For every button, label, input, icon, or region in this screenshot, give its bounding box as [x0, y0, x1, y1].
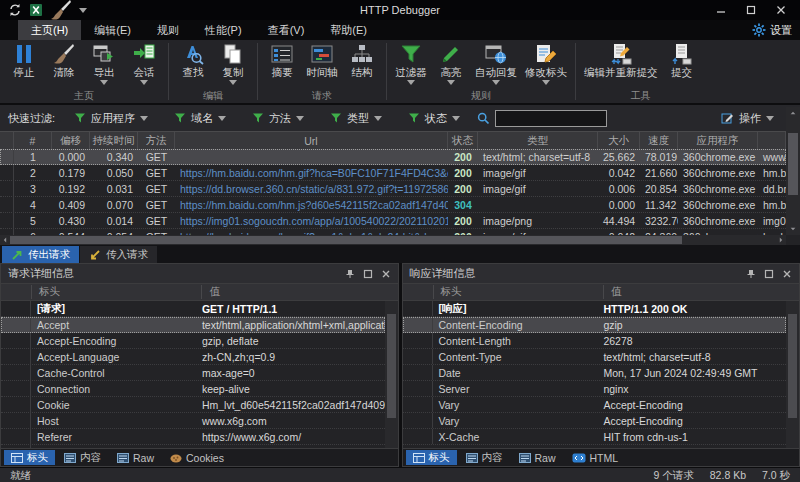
scroll-down-arrow[interactable]	[385, 436, 398, 448]
table-row[interactable]: 30.1920.031GEThttps://dd.browser.360.cn/…	[0, 181, 786, 197]
ribbon-button-结构[interactable]: 结构	[342, 42, 382, 86]
ribbon-button-导出[interactable]: 导出	[84, 42, 124, 86]
response-tab-Raw[interactable]: Raw	[512, 450, 563, 465]
response-header-row[interactable]: VaryAccept-Encoding	[403, 397, 787, 413]
caret-down-icon[interactable]	[407, 79, 415, 86]
grid-col-header-方法[interactable]: 方法	[138, 132, 175, 149]
menu-tab-帮助[interactable]: 帮助(E)	[317, 20, 380, 40]
response-header-row[interactable]: DateMon, 17 Jun 2024 02:49:49 GMT	[403, 365, 787, 381]
request-header-row[interactable]: Sec-Fetch-Modenavigate	[1, 445, 385, 448]
scroll-down-arrow[interactable]	[786, 436, 799, 448]
caret-down-icon[interactable]	[79, 8, 87, 13]
scroll-down-arrow[interactable]	[786, 223, 800, 235]
settings-button[interactable]: 设置	[752, 20, 792, 40]
vertical-scrollbar[interactable]	[786, 107, 800, 235]
menu-tab-编辑[interactable]: 编辑(E)	[81, 20, 144, 40]
filter-dropdown-方法[interactable]: 方法	[239, 111, 317, 126]
maximize-button[interactable]	[736, 0, 766, 20]
filter-dropdown-状态[interactable]: 状态	[395, 111, 473, 126]
caret-down-icon[interactable]	[140, 79, 148, 86]
menu-tab-主页[interactable]: 主页(H)	[18, 20, 81, 40]
close-panel-icon[interactable]	[782, 269, 792, 279]
response-header-row[interactable]: Content-Length26278	[403, 333, 787, 349]
sync-icon[interactable]	[8, 3, 22, 17]
request-header-row[interactable]: Refererhttps://www.x6g.com/	[1, 429, 385, 445]
menu-tab-规则[interactable]: 规则	[144, 20, 192, 40]
request-col-value[interactable]: 值	[201, 285, 397, 299]
ribbon-button-编辑并重新提交[interactable]: 编辑并重新提交	[580, 42, 662, 86]
maximize-panel-icon[interactable]	[363, 269, 373, 279]
scroll-thumb[interactable]	[788, 314, 797, 418]
ribbon-button-停止[interactable]: 停止	[4, 42, 44, 86]
request-header-row[interactable]: CookieHm_lvt_d60e542115f2ca02adf147d409b…	[1, 397, 385, 413]
request-col-header[interactable]: 标头	[31, 285, 201, 299]
response-tab-标头[interactable]: 标头	[406, 450, 457, 465]
request-header-row[interactable]: Hostwww.x6g.com	[1, 413, 385, 429]
request-tab-Raw[interactable]: Raw	[110, 450, 161, 465]
response-tab-HTML[interactable]: HTML	[565, 450, 626, 465]
ribbon-button-高亮[interactable]: 高亮	[431, 42, 471, 86]
ribbon-button-摘要[interactable]: 摘要	[262, 42, 302, 86]
grid-col-header-状态[interactable]: 状态	[448, 132, 478, 149]
ribbon-button-查找[interactable]: 查找	[173, 42, 213, 86]
excel-export-icon[interactable]	[29, 3, 43, 17]
grid-col-header-偏移[interactable]: 偏移	[52, 132, 90, 149]
filter-dropdown-应用程序[interactable]: 应用程序	[61, 111, 161, 126]
grid-col-header-Url[interactable]: Url	[175, 132, 448, 149]
close-panel-icon[interactable]	[381, 269, 391, 279]
filter-dropdown-类型[interactable]: 类型	[317, 111, 395, 126]
grid-col-header-应用程序[interactable]: 应用程序	[678, 132, 758, 149]
maximize-panel-icon[interactable]	[764, 269, 774, 279]
scroll-left-arrow[interactable]	[0, 235, 10, 245]
request-header-row[interactable]: Accept-Encodinggzip, deflate	[1, 333, 385, 349]
grid-col-header-持续时间[interactable]: 持续时间	[90, 132, 138, 149]
scroll-up-arrow[interactable]	[385, 301, 398, 313]
grid-col-header-#[interactable]: #	[14, 132, 52, 149]
response-header-row[interactable]: Servernginx	[403, 381, 787, 397]
scroll-up-arrow[interactable]	[786, 301, 799, 313]
caret-down-icon[interactable]	[229, 79, 237, 86]
response-header-row[interactable]: X-CacheHIT from cdn-us-1	[403, 429, 787, 445]
grid-col-header-类型[interactable]: 类型	[478, 132, 598, 149]
ribbon-button-会话[interactable]: 会话	[124, 42, 164, 86]
request-tab-Cookies[interactable]: Cookies	[163, 450, 231, 465]
request-header-row[interactable]: Connectionkeep-alive	[1, 381, 385, 397]
horizontal-scrollbar[interactable]	[0, 235, 786, 245]
request-header-row[interactable]: [请求]GET / HTTP/1.1	[1, 301, 385, 317]
caret-down-icon[interactable]	[492, 79, 500, 86]
scroll-right-arrow[interactable]	[776, 235, 786, 245]
request-header-row[interactable]: Accept-Languagezh-CN,zh;q=0.9	[1, 349, 385, 365]
minimize-button[interactable]	[706, 0, 736, 20]
pin-icon[interactable]	[345, 269, 355, 279]
request-tab-内容[interactable]: 内容	[57, 450, 108, 465]
stream-tab-传入请求[interactable]: 传入请求	[80, 246, 157, 263]
ribbon-button-时间轴[interactable]: 时间轴	[302, 42, 342, 86]
response-panel-scrollbar[interactable]	[786, 301, 799, 448]
grid-col-header-速度[interactable]: 速度	[640, 132, 678, 149]
ribbon-button-清除[interactable]: 清除	[44, 42, 84, 86]
filter-dropdown-域名[interactable]: 域名	[161, 111, 239, 126]
ribbon-button-复制[interactable]: 复制	[213, 42, 253, 86]
vscroll-thumb[interactable]	[788, 133, 798, 195]
scroll-up-arrow[interactable]	[786, 107, 800, 119]
response-header-row[interactable]: VaryAccept-Encoding	[403, 413, 787, 429]
table-row[interactable]: 40.4090.070GEThttps://hm.baidu.com/hm.js…	[0, 197, 786, 213]
table-row[interactable]: 50.4300.014GEThttps://img01.sogoucdn.com…	[0, 213, 786, 229]
response-header-row[interactable]: Content-Typetext/html; charset=utf-8	[403, 349, 787, 365]
close-button[interactable]	[766, 0, 796, 20]
response-header-row[interactable]: Content-Encodinggzip	[403, 317, 787, 333]
caret-down-icon[interactable]	[447, 79, 455, 86]
response-tab-内容[interactable]: 内容	[459, 450, 510, 465]
caret-down-icon[interactable]	[100, 79, 108, 86]
request-header-row[interactable]: Cache-Controlmax-age=0	[1, 365, 385, 381]
response-col-header[interactable]: 标头	[433, 285, 603, 299]
table-row[interactable]: 10.0000.340GET200text/html; charset=utf-…	[0, 149, 786, 165]
hscroll-thumb[interactable]	[10, 236, 682, 244]
request-panel-scrollbar[interactable]	[385, 301, 398, 448]
grid-col-header-大小[interactable]: 大小	[598, 132, 640, 149]
response-col-value[interactable]: 值	[603, 285, 799, 299]
ribbon-button-提交[interactable]: 提交	[662, 42, 702, 86]
ribbon-button-自动回复[interactable]: 自动回复	[471, 42, 521, 86]
scroll-thumb[interactable]	[387, 314, 396, 418]
search-input[interactable]	[495, 110, 607, 127]
